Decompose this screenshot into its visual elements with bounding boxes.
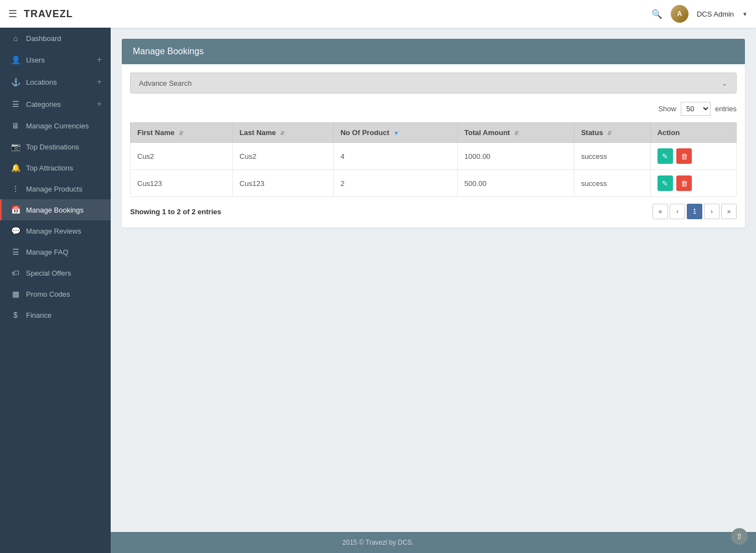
avatar: A — [671, 5, 688, 23]
footer: 2015 © Travezl by DCS. — [0, 532, 756, 553]
page-title: Manage Bookings — [133, 46, 204, 56]
manage-reviews-icon: 💬 — [11, 226, 20, 235]
sidebar: ⌂ Dashboard 👤 Users + ⚓ Locations + ☰ Ca… — [0, 28, 111, 553]
categories-plus-icon[interactable]: + — [97, 99, 102, 109]
locations-plus-icon[interactable]: + — [97, 77, 102, 87]
page-header: Manage Bookings — [122, 39, 745, 64]
sort-no-of-product-icon: ▼ — [393, 130, 399, 136]
manage-products-icon: ⋮ — [11, 184, 20, 193]
scroll-to-top-button[interactable]: ⇧ — [731, 528, 748, 545]
chevron-down-icon: ⌄ — [721, 79, 728, 87]
cell-action: ✎ 🗑 — [650, 143, 736, 170]
sidebar-item-manage-bookings[interactable]: 📅 Manage Bookings — [0, 199, 111, 220]
top-attractions-icon: 🔔 — [11, 163, 20, 172]
special-offers-icon: 🏷 — [11, 268, 20, 277]
content-card: Advance Search ⌄ Show 10 25 50 100 entri… — [122, 64, 745, 228]
finance-icon: $ — [11, 311, 20, 319]
col-status[interactable]: Status ⇵ — [574, 123, 650, 143]
col-first-name[interactable]: First Name ⇵ — [131, 123, 233, 143]
sidebar-item-label: Locations — [26, 78, 91, 86]
cell-total-amount: 500.00 — [458, 170, 574, 197]
delete-button[interactable]: 🗑 — [676, 148, 692, 164]
cell-action: ✎ 🗑 — [650, 170, 736, 197]
edit-button[interactable]: ✎ — [657, 148, 673, 164]
sidebar-item-label: Users — [26, 56, 91, 64]
navbar-right: 🔍 A DCS Admin ▼ — [651, 5, 748, 23]
manage-faq-icon: ☰ — [11, 247, 20, 256]
user-label[interactable]: DCS Admin — [697, 10, 734, 18]
sidebar-item-manage-faq[interactable]: ☰ Manage FAQ — [0, 241, 111, 262]
search-icon[interactable]: 🔍 — [651, 9, 662, 19]
col-no-of-product[interactable]: No Of Product ▼ — [334, 123, 458, 143]
table-header-row: First Name ⇵ Last Name ⇵ No Of Product ▼ — [131, 123, 737, 143]
sidebar-item-manage-products[interactable]: ⋮ Manage Products — [0, 178, 111, 199]
sidebar-item-label: Manage Bookings — [26, 206, 102, 214]
sidebar-item-label: Manage Reviews — [26, 227, 102, 235]
pagination-controls: « ‹ 1 › » — [653, 204, 737, 219]
edit-button[interactable]: ✎ — [657, 175, 673, 191]
pagination-info: Showing 1 to 2 of 2 entries — [130, 208, 221, 216]
promo-codes-icon: ▦ — [11, 290, 20, 298]
table-header: First Name ⇵ Last Name ⇵ No Of Product ▼ — [131, 123, 737, 143]
pagination-first-btn[interactable]: « — [653, 204, 668, 219]
sort-last-name-icon: ⇵ — [280, 130, 284, 136]
col-action: Action — [650, 123, 736, 143]
currencies-icon: 🖥 — [11, 121, 20, 130]
users-icon: 👤 — [11, 55, 20, 64]
pagination-prev-btn[interactable]: ‹ — [670, 204, 685, 219]
sidebar-item-label: Special Offers — [26, 269, 102, 277]
col-last-name[interactable]: Last Name ⇵ — [232, 123, 333, 143]
top-navbar: ☰ TRAVEZL 🔍 A DCS Admin ▼ — [0, 0, 756, 28]
main-content: Manage Bookings Advance Search ⌄ Show 10… — [111, 28, 756, 532]
table-row: Cus2 Cus2 4 1000.00 success ✎ 🗑 — [131, 143, 737, 170]
users-plus-icon[interactable]: + — [97, 55, 102, 65]
sidebar-item-manage-currencies[interactable]: 🖥 Manage Currencies — [0, 115, 111, 136]
entries-select[interactable]: 10 25 50 100 — [681, 102, 711, 116]
cell-status: success — [574, 143, 650, 170]
show-entries: Show 10 25 50 100 entries — [130, 102, 737, 116]
categories-icon: ☰ — [11, 100, 20, 108]
col-total-amount[interactable]: Total Amount ⇵ — [458, 123, 574, 143]
sidebar-item-users[interactable]: 👤 Users + — [0, 49, 111, 71]
pagination-page-1-btn[interactable]: 1 — [687, 204, 702, 219]
sort-status-icon: ⇵ — [607, 130, 612, 136]
sidebar-item-top-attractions[interactable]: 🔔 Top Attractions — [0, 157, 111, 178]
dashboard-icon: ⌂ — [11, 34, 20, 43]
pagination-next-btn[interactable]: › — [704, 204, 719, 219]
pagination-last-btn[interactable]: » — [721, 204, 737, 219]
advance-search[interactable]: Advance Search ⌄ — [130, 73, 737, 94]
bookings-table: First Name ⇵ Last Name ⇵ No Of Product ▼ — [130, 122, 737, 197]
sidebar-item-label: Promo Codes — [26, 290, 102, 298]
delete-button[interactable]: 🗑 — [676, 175, 692, 191]
sidebar-item-label: Categories — [26, 100, 91, 108]
sidebar-item-top-destinations[interactable]: 📷 Top Destinations — [0, 136, 111, 157]
sidebar-item-finance[interactable]: $ Finance — [0, 304, 111, 325]
sidebar-item-locations[interactable]: ⚓ Locations + — [0, 71, 111, 93]
cell-first-name: Cus2 — [131, 143, 233, 170]
sort-first-name-icon: ⇵ — [179, 130, 183, 136]
sidebar-item-label: Manage FAQ — [26, 248, 102, 256]
sidebar-item-dashboard[interactable]: ⌂ Dashboard — [0, 28, 111, 49]
sidebar-item-promo-codes[interactable]: ▦ Promo Codes — [0, 283, 111, 304]
sidebar-item-label: Manage Products — [26, 185, 102, 193]
cell-last-name: Cus123 — [232, 170, 333, 197]
manage-bookings-icon: 📅 — [11, 205, 20, 214]
sidebar-item-categories[interactable]: ☰ Categories + — [0, 93, 111, 115]
sidebar-item-label: Top Attractions — [26, 164, 102, 172]
cell-no-of-product: 2 — [334, 170, 458, 197]
sidebar-item-special-offers[interactable]: 🏷 Special Offers — [0, 262, 111, 283]
user-dropdown-icon[interactable]: ▼ — [742, 11, 748, 17]
cell-no-of-product: 4 — [334, 143, 458, 170]
sidebar-item-manage-reviews[interactable]: 💬 Manage Reviews — [0, 220, 111, 241]
sidebar-item-label: Finance — [26, 311, 102, 319]
brand-name: TRAVEZL — [24, 8, 73, 20]
sidebar-item-label: Top Destinations — [26, 143, 102, 151]
cell-status: success — [574, 170, 650, 197]
cell-first-name: Cus123 — [131, 170, 233, 197]
footer-text: 2015 © Travezl by DCS. — [343, 539, 414, 546]
advance-search-label: Advance Search — [139, 79, 191, 87]
table-row: Cus123 Cus123 2 500.00 success ✎ 🗑 — [131, 170, 737, 197]
hamburger-icon[interactable]: ☰ — [8, 8, 17, 20]
cell-last-name: Cus2 — [232, 143, 333, 170]
cell-total-amount: 1000.00 — [458, 143, 574, 170]
